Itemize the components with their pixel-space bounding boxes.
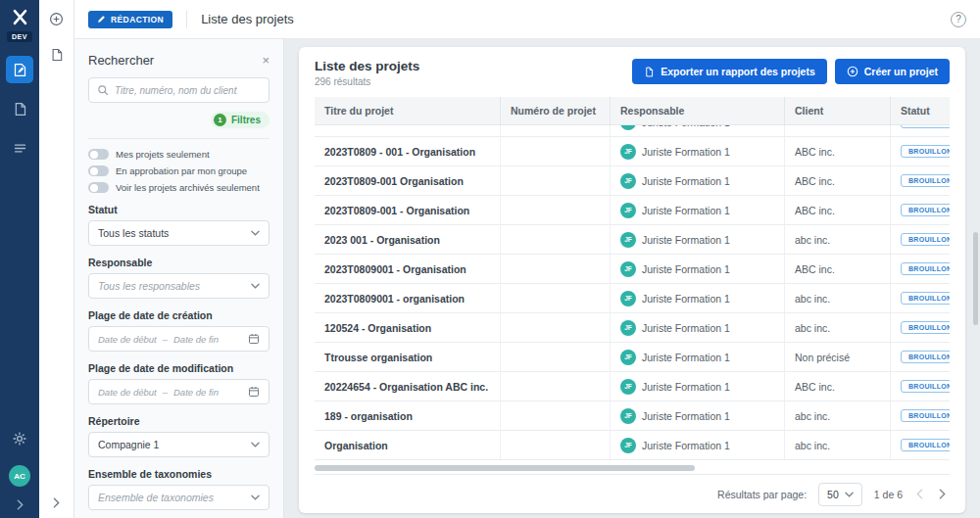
nav-documents-icon[interactable] [6,95,33,122]
filter-toggle-row[interactable]: Mes projets seulement [88,149,270,160]
toggle-switch[interactable] [88,182,109,193]
toggle-switch[interactable] [88,149,109,160]
taxonomies-select[interactable]: Ensemble de taxonomies [88,485,270,510]
table-row[interactable]: 189 - organisation JF Juriste Formation … [315,401,950,431]
table-row[interactable]: 2023T0809001 - Organisation JF Juriste F… [315,255,950,284]
column-header-number[interactable]: Numéro de projet [501,97,611,124]
app-root: DEV AC [0,0,980,518]
table-row[interactable]: 2023 001 - Organisation JF Juriste Forma… [315,225,950,255]
project-responsable-cell: JF Juriste Formation 1 [611,431,785,459]
toggle-label: Mes projets seulement [116,149,210,160]
project-title-cell[interactable]: 20224654 - Organisation ABC inc. [315,372,501,400]
project-title-cell[interactable] [315,125,501,136]
panel-expand-chevron-icon[interactable] [53,497,60,508]
user-avatar[interactable]: AC [9,465,30,487]
responsable-name: Juriste Formation 1 [642,234,730,246]
project-status-cell: BROUILLON [891,137,950,165]
date-modification-range[interactable]: Date de début – Date de fin [88,379,270,404]
table-row[interactable]: Organisation JF Juriste Formation 1 abc … [315,431,950,460]
responsable-select-placeholder: Tous les responsables [98,280,251,292]
per-page-select[interactable]: 50 [818,483,862,506]
project-responsable-cell: JF Juriste Formation 1 [611,313,785,342]
project-number-cell [501,166,611,195]
date-end-placeholder: Date de fin [173,387,219,398]
project-title-cell[interactable]: 120524 - Organisation [315,313,501,342]
table-row[interactable]: 2023T0809-001 Organisation JF Juriste Fo… [315,166,950,196]
project-status-cell: BROUILLON [891,225,950,254]
project-number-cell [501,401,611,430]
toggle-label: En approbation par mon groupe [116,165,247,176]
responsable-select[interactable]: Tous les responsables [88,273,270,299]
responsable-name: Juriste Formation 1 [642,146,730,158]
filter-toggle-row[interactable]: Voir les projets archivés seulement [88,182,270,193]
table-row[interactable]: 20224654 - Organisation ABC inc. JF Juri… [315,372,950,401]
previous-page-icon[interactable] [916,489,923,499]
column-header-client[interactable]: Client [785,97,891,124]
project-status-cell: BROUILLON [891,125,950,136]
close-icon[interactable]: × [262,54,270,67]
search-input[interactable] [115,85,261,96]
sidebar-bottom: AC [6,425,33,518]
app-logo-icon[interactable] [11,8,29,26]
project-number-cell [501,343,611,371]
project-title-cell[interactable]: 2023T0809001 - Organisation [315,255,501,283]
project-client-cell: ABC inc. [785,166,891,195]
project-number-cell [501,255,611,283]
project-status-cell: BROUILLON [891,431,950,459]
table-row[interactable]: Ttrousse organisation JF Juriste Formati… [315,343,950,372]
add-circle-icon[interactable] [49,12,64,26]
project-responsable-cell: JF Juriste Formation 1 [611,401,785,430]
page-scrollbar-thumb[interactable] [973,232,978,325]
project-title-cell[interactable]: 2023 001 - Organisation [315,225,501,254]
project-title-cell[interactable]: Organisation [315,431,501,459]
taxonomies-label: Ensemble de taxonomies [88,468,270,480]
table-row[interactable]: JF Juriste Formation 1 BROUILLON [315,125,950,137]
status-badge: BROUILLON [901,409,950,422]
filter-toggles: Mes projets seulement En approbation par… [88,149,270,193]
table-row[interactable]: 2023T0809001 - organisation JF Juriste F… [315,284,950,313]
next-page-icon[interactable] [939,489,946,499]
responsable-name: Juriste Formation 1 [642,352,730,363]
horizontal-scrollbar-thumb[interactable] [315,465,695,471]
responsable-name: Juriste Formation 1 [642,322,730,334]
column-header-title[interactable]: Titre du projet [315,97,501,124]
column-header-status[interactable]: Statut [891,97,950,124]
export-report-button[interactable]: Exporter un rapport des projets [632,59,827,84]
settings-gear-icon[interactable] [6,425,33,452]
project-number-cell [501,137,611,165]
nav-list-icon[interactable] [6,134,33,162]
repertoire-select-value: Compagnie 1 [98,439,251,450]
project-title-cell[interactable]: 2023T0809 - 001 - Organisation [315,137,501,165]
project-responsable-cell: JF Juriste Formation 1 [611,225,785,254]
repertoire-select[interactable]: Compagnie 1 [88,432,270,457]
filters-badge[interactable]: 1 Filtres [211,112,270,128]
filter-toggle-row[interactable]: En approbation par mon groupe [88,165,270,176]
table-row[interactable]: 2023T0809 - 001 - Organisation JF Jurist… [315,137,950,166]
document-icon[interactable] [50,48,64,62]
create-project-button[interactable]: Créer un projet [835,59,950,84]
table-row[interactable]: 120524 - Organisation JF Juriste Formati… [315,313,950,343]
project-title-cell[interactable]: 2023T0809-001 Organisation [315,166,501,195]
date-creation-range[interactable]: Date de début – Date de fin [88,326,270,352]
statut-select[interactable]: Tous les statuts [88,220,270,246]
column-header-responsable[interactable]: Responsable [611,97,785,124]
calendar-icon[interactable] [248,333,260,345]
toggle-switch[interactable] [88,165,109,176]
responsable-avatar: JF [620,320,636,336]
project-number-cell [501,313,611,342]
help-icon[interactable]: ? [951,12,966,27]
project-number-cell [501,125,611,136]
project-title-cell[interactable]: 189 - organisation [315,401,501,430]
nav-redaction-icon[interactable] [6,56,33,83]
filter-panel-title: Rechercher [88,53,154,68]
project-title-cell[interactable]: 2023T0809-001 - Organisation [315,196,501,224]
responsable-label: Responsable [88,257,270,268]
project-responsable-cell: JF Juriste Formation 1 [611,125,785,136]
table-row[interactable]: 2023T0809-001 - Organisation JF Juriste … [315,196,950,225]
sidebar-expand-chevron-icon[interactable] [17,499,24,510]
project-title-cell[interactable]: Ttrousse organisation [315,343,501,371]
status-badge: BROUILLON [901,145,950,158]
project-client-cell [785,125,891,136]
project-title-cell[interactable]: 2023T0809001 - organisation [315,284,501,312]
calendar-icon[interactable] [248,386,260,398]
